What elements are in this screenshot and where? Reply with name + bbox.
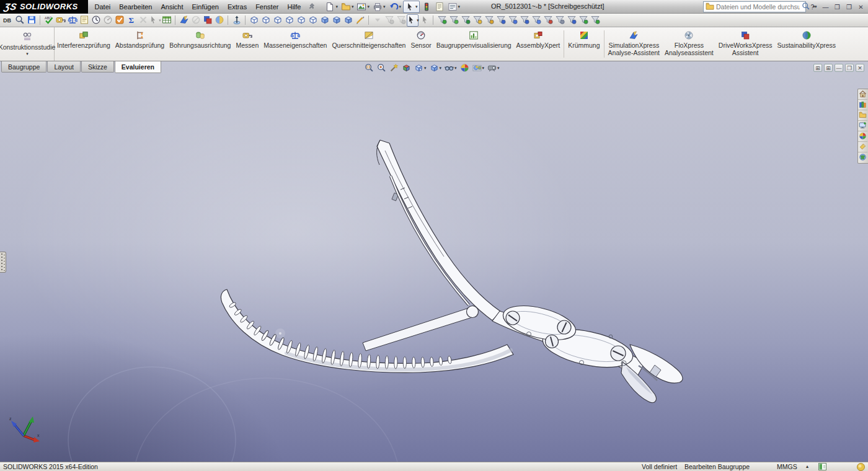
menu-bearbeiten[interactable]: Bearbeiten <box>115 0 156 14</box>
filter-reference-points-button[interactable] <box>565 14 577 27</box>
new-motion-study-button[interactable] <box>342 14 354 27</box>
design-checker-button[interactable] <box>113 14 125 27</box>
show-hidden-components-button[interactable] <box>307 14 319 27</box>
compare-documents-button[interactable] <box>202 14 213 27</box>
filter-axes-button[interactable] <box>495 14 507 27</box>
pin-menu-icon[interactable] <box>305 2 317 11</box>
search-input[interactable] <box>716 3 800 11</box>
section-view-button[interactable] <box>401 63 412 74</box>
filter-sketch-points-button[interactable] <box>518 14 530 27</box>
cascade-windows-button[interactable]: ❐ <box>844 2 854 12</box>
smart-fasteners-button[interactable] <box>283 14 295 27</box>
doc-minimize-button[interactable]: — <box>835 64 843 72</box>
open-document-dropdown-icon[interactable]: ▾ <box>352 4 354 9</box>
design-study-button[interactable]: Konstruktionsstudie ▾ <box>0 27 55 61</box>
solidworks-forum-button[interactable] <box>858 152 867 163</box>
costing-button[interactable] <box>102 14 113 27</box>
help-button[interactable]: ?▾ <box>808 2 819 12</box>
filter-center-of-mass-button[interactable] <box>554 14 565 27</box>
zoom-to-fit-button[interactable] <box>363 63 375 74</box>
filter-routing-points-button[interactable] <box>577 14 589 27</box>
view-orientation-dropdown-icon[interactable]: ▾ <box>424 66 427 71</box>
bom-table-button[interactable] <box>161 14 172 27</box>
apply-scene-button[interactable]: ▾ <box>471 63 486 74</box>
photoview-preview-button[interactable] <box>178 14 190 27</box>
restore-button[interactable]: ❒ <box>832 2 843 12</box>
mass-properties-button[interactable] <box>66 14 78 27</box>
tab-skizze[interactable]: Skizze <box>81 61 114 73</box>
hide-show-items-dropdown-icon[interactable]: ▾ <box>454 66 457 71</box>
tab-evaluieren[interactable]: Evaluieren <box>115 61 161 73</box>
display-style-dropdown-icon[interactable]: ▾ <box>440 66 442 71</box>
view-settings-dropdown-icon[interactable]: ▾ <box>497 66 500 71</box>
design-study-dropdown-icon[interactable]: ▾ <box>26 51 29 56</box>
mate-button[interactable] <box>260 14 272 27</box>
filter-faces-button[interactable] <box>459 14 471 27</box>
floxpress-analyseassistent-button[interactable]: FloXpress Analyseassistent <box>662 27 716 61</box>
doc-restore-button[interactable]: ❐ <box>845 64 854 72</box>
filter-vertices-button[interactable] <box>436 14 448 27</box>
tab-layout[interactable]: Layout <box>47 61 81 73</box>
custom-properties-button[interactable] <box>858 142 867 152</box>
help-dropdown-icon[interactable]: ▾ <box>815 4 817 9</box>
interferenzprufung-button[interactable]: Interferenzprüfung <box>55 27 113 61</box>
filter-expand-button[interactable] <box>371 14 383 27</box>
feature-manager-splitter-handle[interactable] <box>0 252 6 273</box>
assemblyxpert-button[interactable]: AssemblyXpert <box>514 27 563 61</box>
edit-appearance-button[interactable] <box>459 63 471 74</box>
select-button[interactable]: ▾ <box>403 1 420 13</box>
filter-surface-bodies-button[interactable] <box>471 14 483 27</box>
menu-extras[interactable]: Extras <box>223 0 251 14</box>
baugruppenvisualisierung-button[interactable]: Baugruppenvisualisierung <box>434 27 514 61</box>
messen-button[interactable]: Messen <box>233 27 261 61</box>
doc-close-button[interactable]: ✕ <box>856 64 864 72</box>
sensor-button[interactable]: Sensor <box>408 27 433 61</box>
masseneigenschaften-button[interactable]: Masseneigenschaften <box>261 27 329 61</box>
new-document-dropdown-icon[interactable]: ▾ <box>335 4 338 9</box>
render-disabled-button[interactable] <box>190 14 202 27</box>
print-dropdown-icon[interactable]: ▾ <box>383 4 386 9</box>
assembly-features-button[interactable] <box>319 14 330 27</box>
equations-button[interactable]: Σ <box>125 14 137 27</box>
doc-split-1-button[interactable]: ⊞ <box>813 64 822 72</box>
options-dropdown-icon[interactable]: ▾ <box>458 4 461 9</box>
appearances-scenes-button[interactable] <box>858 131 867 142</box>
simulationxpress-analyse-assistent-button[interactable]: SimulationXpress Analyse-Assistent <box>606 27 662 61</box>
krummung-button[interactable]: Krümmung <box>565 27 602 61</box>
geometry-analysis-dropdown-icon[interactable]: ▾ <box>159 18 161 23</box>
tab-baugruppe[interactable]: Baugruppe <box>1 61 46 73</box>
filter-sketch-segments-button[interactable] <box>530 14 542 27</box>
filter-solid-bodies-button[interactable] <box>483 14 495 27</box>
view-settings-button[interactable]: ▾ <box>486 63 501 74</box>
render-region-button[interactable] <box>213 14 225 27</box>
linear-component-pattern-button[interactable] <box>272 14 283 27</box>
coin-icon[interactable] <box>857 463 865 471</box>
print-button[interactable]: ▾ <box>371 1 387 13</box>
bohrungsausrichtung-button[interactable]: Bohrungsausrichtung <box>167 27 233 61</box>
document-note-button[interactable] <box>78 14 90 27</box>
previous-view-button[interactable] <box>388 63 400 74</box>
sustainabilityxpress-button[interactable]: SustainabilityXpress <box>775 27 839 61</box>
driveworksxpress-assistent-button[interactable]: DriveWorksXpress Assistent <box>716 27 775 61</box>
insert-components-button[interactable] <box>248 14 260 27</box>
move-component-button[interactable] <box>295 14 307 27</box>
minimize-button[interactable]: — <box>820 2 831 12</box>
save-document-button[interactable]: ▾ <box>355 1 371 13</box>
save-document-dropdown-icon[interactable]: ▾ <box>367 4 370 9</box>
quick-tips-icon[interactable] <box>818 463 826 471</box>
file-explorer-button[interactable] <box>858 110 867 121</box>
zoom-to-area-button[interactable] <box>376 63 388 74</box>
view-palette-button[interactable] <box>858 121 867 131</box>
spell-check-button[interactable]: ABC <box>43 14 55 27</box>
querschnitteigenschaften-button[interactable]: Querschnitteigenschaften <box>329 27 408 61</box>
doc-split-2-button[interactable]: ⊞ <box>824 64 833 72</box>
measure-button[interactable] <box>55 14 66 27</box>
filter-planes-button[interactable] <box>507 14 518 27</box>
reference-geometry-button[interactable] <box>330 14 342 27</box>
filter-edges-button[interactable] <box>448 14 459 27</box>
save-search-button[interactable] <box>25 14 37 27</box>
close-button[interactable]: ✕ <box>856 2 866 12</box>
design-library-button[interactable] <box>858 100 867 110</box>
model-3d-bone-rongeur[interactable] <box>0 61 868 462</box>
display-style-button[interactable]: ▾ <box>428 63 443 74</box>
